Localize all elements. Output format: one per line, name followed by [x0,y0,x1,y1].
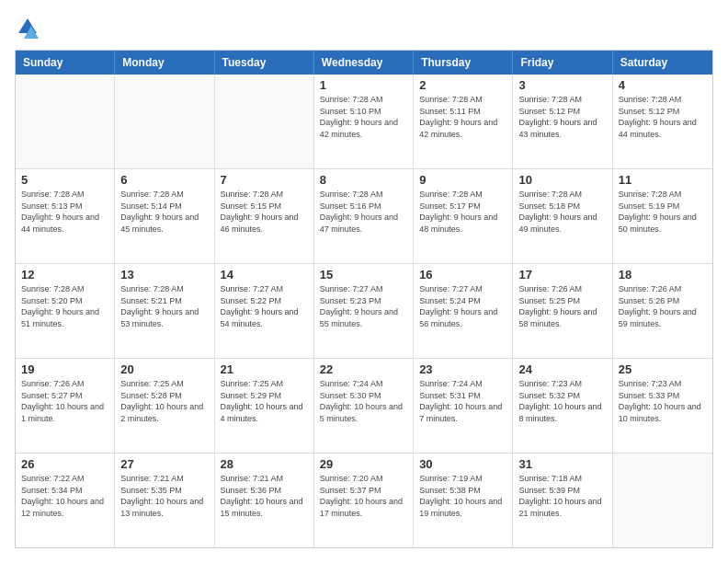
day-number: 25 [619,362,707,376]
day-info: Sunrise: 7:27 AM Sunset: 5:23 PM Dayligh… [320,283,407,329]
weekday-header: Monday [115,51,214,75]
weekday-header: Thursday [414,51,513,75]
weekday-header: Sunday [16,51,115,75]
calendar-cell: 28Sunrise: 7:21 AM Sunset: 5:36 PM Dayli… [215,454,314,547]
calendar-cell: 8Sunrise: 7:28 AM Sunset: 5:16 PM Daylig… [314,169,414,263]
day-number: 5 [21,173,108,187]
day-info: Sunrise: 7:28 AM Sunset: 5:17 PM Dayligh… [419,189,506,235]
weekday-header: Tuesday [215,51,314,75]
day-number: 14 [221,268,308,282]
day-info: Sunrise: 7:28 AM Sunset: 5:12 PM Dayligh… [518,94,606,140]
day-number: 4 [619,78,707,92]
day-info: Sunrise: 7:28 AM Sunset: 5:18 PM Dayligh… [518,189,606,235]
day-number: 28 [221,457,308,471]
day-info: Sunrise: 7:23 AM Sunset: 5:33 PM Dayligh… [619,378,707,424]
calendar-cell [613,454,712,547]
calendar-cell: 1Sunrise: 7:28 AM Sunset: 5:10 PM Daylig… [314,75,414,168]
day-number: 2 [419,78,506,92]
day-number: 29 [320,457,407,471]
day-info: Sunrise: 7:21 AM Sunset: 5:35 PM Dayligh… [120,473,208,519]
day-info: Sunrise: 7:26 AM Sunset: 5:27 PM Dayligh… [21,378,108,424]
day-number: 30 [419,457,506,471]
day-number: 9 [419,173,506,187]
calendar-row: 1Sunrise: 7:28 AM Sunset: 5:10 PM Daylig… [16,75,712,168]
calendar-cell: 18Sunrise: 7:26 AM Sunset: 5:26 PM Dayli… [613,264,712,358]
day-number: 21 [221,362,308,376]
calendar-cell: 17Sunrise: 7:26 AM Sunset: 5:25 PM Dayli… [513,264,612,358]
calendar-cell: 15Sunrise: 7:27 AM Sunset: 5:23 PM Dayli… [314,264,414,358]
calendar-cell: 12Sunrise: 7:28 AM Sunset: 5:20 PM Dayli… [16,264,115,358]
calendar-cell: 16Sunrise: 7:27 AM Sunset: 5:24 PM Dayli… [414,264,513,358]
day-number: 6 [120,173,208,187]
calendar-cell: 10Sunrise: 7:28 AM Sunset: 5:18 PM Dayli… [513,169,612,263]
day-number: 8 [320,173,407,187]
day-info: Sunrise: 7:26 AM Sunset: 5:25 PM Dayligh… [518,283,606,329]
day-number: 12 [21,268,108,282]
day-number: 19 [21,362,108,376]
day-info: Sunrise: 7:28 AM Sunset: 5:19 PM Dayligh… [619,189,707,235]
calendar-cell: 4Sunrise: 7:28 AM Sunset: 5:12 PM Daylig… [613,75,712,168]
calendar-cell [16,75,115,168]
day-info: Sunrise: 7:23 AM Sunset: 5:32 PM Dayligh… [518,378,606,424]
day-info: Sunrise: 7:28 AM Sunset: 5:12 PM Dayligh… [619,94,707,140]
calendar-row: 19Sunrise: 7:26 AM Sunset: 5:27 PM Dayli… [16,358,712,453]
day-number: 10 [518,173,606,187]
day-number: 31 [518,457,606,471]
weekday-header: Wednesday [314,51,414,75]
day-info: Sunrise: 7:28 AM Sunset: 5:13 PM Dayligh… [21,189,108,235]
day-info: Sunrise: 7:25 AM Sunset: 5:29 PM Dayligh… [221,378,308,424]
day-info: Sunrise: 7:28 AM Sunset: 5:15 PM Dayligh… [221,189,308,235]
calendar-cell: 2Sunrise: 7:28 AM Sunset: 5:11 PM Daylig… [414,75,513,168]
calendar-cell: 9Sunrise: 7:28 AM Sunset: 5:17 PM Daylig… [414,169,513,263]
calendar-cell: 11Sunrise: 7:28 AM Sunset: 5:19 PM Dayli… [613,169,712,263]
day-number: 22 [320,362,407,376]
calendar-row: 5Sunrise: 7:28 AM Sunset: 5:13 PM Daylig… [16,168,712,263]
day-info: Sunrise: 7:28 AM Sunset: 5:16 PM Dayligh… [320,189,407,235]
calendar-cell: 6Sunrise: 7:28 AM Sunset: 5:14 PM Daylig… [115,169,214,263]
day-number: 3 [518,78,606,92]
day-number: 18 [619,268,707,282]
calendar-cell: 25Sunrise: 7:23 AM Sunset: 5:33 PM Dayli… [613,359,712,453]
day-info: Sunrise: 7:18 AM Sunset: 5:39 PM Dayligh… [518,473,606,519]
calendar-cell: 20Sunrise: 7:25 AM Sunset: 5:28 PM Dayli… [115,359,214,453]
day-info: Sunrise: 7:24 AM Sunset: 5:31 PM Dayligh… [419,378,506,424]
calendar-cell: 14Sunrise: 7:27 AM Sunset: 5:22 PM Dayli… [215,264,314,358]
calendar-cell: 19Sunrise: 7:26 AM Sunset: 5:27 PM Dayli… [16,359,115,453]
day-number: 11 [619,173,707,187]
calendar-cell: 27Sunrise: 7:21 AM Sunset: 5:35 PM Dayli… [115,454,214,547]
calendar-cell: 30Sunrise: 7:19 AM Sunset: 5:38 PM Dayli… [414,454,513,547]
calendar-cell: 31Sunrise: 7:18 AM Sunset: 5:39 PM Dayli… [513,454,612,547]
day-number: 17 [518,268,606,282]
weekday-header: Saturday [613,51,712,75]
day-info: Sunrise: 7:19 AM Sunset: 5:38 PM Dayligh… [419,473,506,519]
day-info: Sunrise: 7:27 AM Sunset: 5:24 PM Dayligh… [419,283,506,329]
calendar-cell: 22Sunrise: 7:24 AM Sunset: 5:30 PM Dayli… [314,359,414,453]
calendar-cell: 23Sunrise: 7:24 AM Sunset: 5:31 PM Dayli… [414,359,513,453]
day-number: 27 [120,457,208,471]
calendar-cell: 21Sunrise: 7:25 AM Sunset: 5:29 PM Dayli… [215,359,314,453]
calendar-cell: 13Sunrise: 7:28 AM Sunset: 5:21 PM Dayli… [115,264,214,358]
day-info: Sunrise: 7:28 AM Sunset: 5:14 PM Dayligh… [120,189,208,235]
calendar-header: SundayMondayTuesdayWednesdayThursdayFrid… [16,51,712,75]
calendar-cell [115,75,214,168]
day-info: Sunrise: 7:21 AM Sunset: 5:36 PM Dayligh… [221,473,308,519]
calendar-cell [215,75,314,168]
day-number: 24 [518,362,606,376]
calendar-cell: 29Sunrise: 7:20 AM Sunset: 5:37 PM Dayli… [314,454,414,547]
calendar: SundayMondayTuesdayWednesdayThursdayFrid… [15,50,713,548]
logo [15,15,44,40]
calendar-row: 26Sunrise: 7:22 AM Sunset: 5:34 PM Dayli… [16,453,712,547]
day-number: 15 [320,268,407,282]
day-number: 1 [320,78,407,92]
calendar-cell: 3Sunrise: 7:28 AM Sunset: 5:12 PM Daylig… [513,75,612,168]
day-info: Sunrise: 7:28 AM Sunset: 5:21 PM Dayligh… [120,283,208,329]
day-info: Sunrise: 7:26 AM Sunset: 5:26 PM Dayligh… [619,283,707,329]
calendar-cell: 26Sunrise: 7:22 AM Sunset: 5:34 PM Dayli… [16,454,115,547]
day-number: 20 [120,362,208,376]
calendar-cell: 7Sunrise: 7:28 AM Sunset: 5:15 PM Daylig… [215,169,314,263]
day-number: 7 [221,173,308,187]
day-number: 16 [419,268,506,282]
day-info: Sunrise: 7:28 AM Sunset: 5:20 PM Dayligh… [21,283,108,329]
page-header [15,15,713,40]
day-info: Sunrise: 7:25 AM Sunset: 5:28 PM Dayligh… [120,378,208,424]
